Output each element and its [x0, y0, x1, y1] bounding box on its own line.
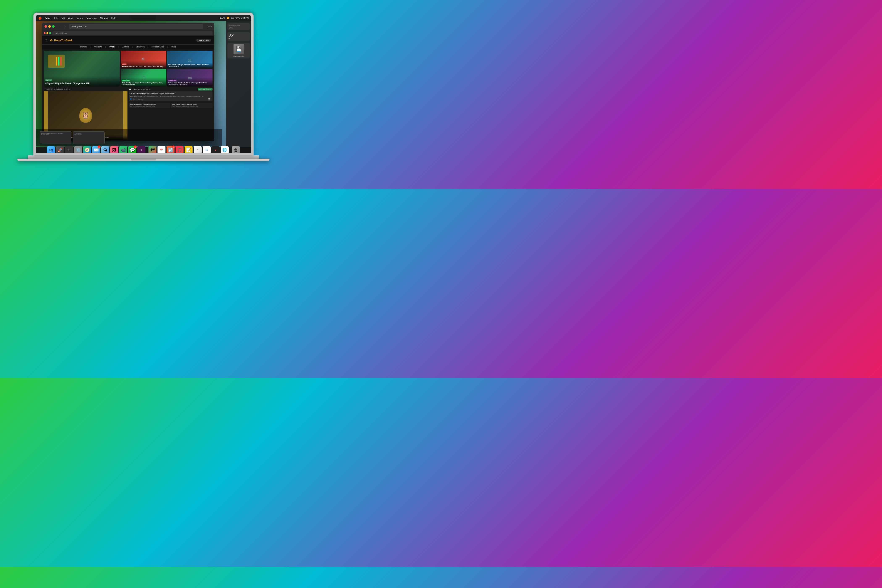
htg-sign-in-button[interactable]: Sign In Now [196, 39, 211, 42]
music-badge: Apple Music [122, 80, 130, 81]
inner-browser: howtogeek.com ☰ ⚙ How-To [42, 30, 214, 141]
dock-notes[interactable]: 📝 [184, 146, 193, 153]
htg-featured-section: Internet 8 Signs It Might Be Time to Cha… [44, 51, 213, 87]
nav-windows[interactable]: Windows [94, 46, 102, 48]
dock-google[interactable]: G [202, 146, 211, 153]
htg-side-article-spotify[interactable]: 🎵 Apple Music Both Spotify and Apple Mus… [121, 69, 166, 87]
nav-deals[interactable]: Deals [171, 46, 176, 48]
reddit-badge: Reddit [122, 63, 127, 65]
htg-main-article[interactable]: Internet 8 Signs It Might Be Time to Cha… [44, 51, 120, 87]
nav-android[interactable]: Android [122, 46, 129, 48]
mission-control-strip: Monitor Brought My PC and PlayStation he… [36, 129, 222, 146]
messages-badge: 1 [134, 146, 137, 148]
right-panel: Air quality alert 3 AM 35° 🌥 💾 Macintosh… [226, 21, 251, 153]
dock-chrome[interactable]: 🌐 [221, 146, 229, 153]
back-button[interactable]: ‹ [58, 24, 62, 28]
dock-reminders[interactable]: ☑️ 1 [166, 146, 174, 153]
disk-label: Macintosh HD [229, 55, 249, 57]
dock-photos[interactable]: 🖼 [110, 146, 118, 153]
vr-badge: Cutting Edge [168, 80, 177, 81]
main-thread[interactable]: Do You Prefer Physical Games or Digital … [129, 92, 213, 101]
macbook-lid: 🍎 Safari File Edit View History Bookmark… [33, 13, 254, 155]
close-button[interactable] [45, 25, 47, 28]
dock-davinci[interactable]: ■ [212, 146, 220, 153]
menu-view[interactable]: View [68, 17, 73, 20]
dock-finder[interactable]: 🗂 [47, 146, 55, 153]
dock-sysprefs[interactable]: ⚙️ [74, 146, 82, 153]
nav-trending[interactable]: Trending [80, 46, 87, 48]
menu-wifi-icon: 📶 [227, 17, 230, 19]
submit-thread-button[interactable]: Submit a Thread + [198, 88, 213, 90]
menu-window[interactable]: Window [100, 17, 108, 20]
nav-excel[interactable]: Microsoft Excel [152, 46, 164, 48]
nav-iphone[interactable]: iPhone [109, 46, 115, 48]
macbook-hinge [131, 159, 156, 160]
dock-freeform[interactable]: ✏ [194, 146, 202, 153]
dock-music[interactable]: 🎵 [176, 146, 183, 153]
dock-safari[interactable]: 🧭 [83, 146, 91, 153]
menu-safari[interactable]: Safari [45, 17, 51, 20]
browser-nav: ‹ › [58, 24, 67, 28]
thread-mini-2-excerpt: There are endless exciting podcasts to l… [172, 106, 212, 107]
disk-widget[interactable]: 💾 Macintosh HD [227, 43, 250, 58]
mission-thumb-2[interactable]: I'm in Awe by Life Is a Detri [73, 132, 105, 144]
reminders-badge: 1 [172, 146, 175, 148]
dock-messages[interactable]: 💬 1 [128, 146, 136, 153]
htg-side-article-tv[interactable]: 📺 Your Smart TV Might Have a Camera—Here… [167, 51, 213, 68]
thread-avatar: 👤 [130, 98, 132, 100]
htg-main-content: Internet 8 Signs It Might Be Time to Cha… [42, 49, 214, 141]
inner-minimize[interactable] [46, 32, 48, 34]
dock-facetime[interactable]: 📹 [119, 146, 127, 153]
dock-weather[interactable]: 🌤 [101, 146, 109, 153]
thread-mini-2-title: What's Your Favorite Podcast App? [172, 104, 212, 105]
menu-file[interactable]: File [54, 17, 58, 20]
dock-launchpad[interactable]: 🚀 [56, 146, 64, 153]
htg-logo-text: How-To Geek [54, 39, 72, 42]
dock-slack[interactable]: # [137, 146, 146, 153]
weather-widget: 35° 🌥 [227, 32, 250, 41]
mission-thumb-1-content: Monitor Brought My PC and PlayStation he… [40, 132, 71, 144]
dock-grid[interactable]: ⊞ [65, 146, 73, 153]
nav-streaming[interactable]: Streaming [136, 46, 144, 48]
inner-maximize[interactable] [49, 32, 51, 34]
htg-main-article-title: 8 Signs It Might Be Time to Change Your … [45, 82, 118, 85]
inner-address-bar[interactable]: howtogeek.com [52, 31, 213, 35]
macbook-base [17, 159, 269, 161]
thread-mini-2[interactable]: What's Your Favorite Podcast App? There … [171, 103, 213, 108]
menu-bookmarks[interactable]: Bookmarks [86, 17, 97, 20]
htg-side-articles: 🔍 Reddit Reddit's Search is Not Good, bu… [121, 51, 213, 87]
menu-help[interactable]: Help [111, 17, 116, 20]
threads-icon: 💬 [129, 88, 131, 90]
mission-thumb-1[interactable]: Monitor Brought My PC and PlayStation he… [40, 132, 71, 144]
htg-side-article-vr[interactable]: 🥽 Cutting Edge Setting Up a Mobile VR Of… [167, 69, 213, 87]
menu-edit[interactable]: Edit [61, 17, 64, 20]
dock-trash[interactable]: 🗑 [232, 146, 240, 153]
thread-mini-items: What Do You Miss About Windows 7? After … [129, 103, 213, 108]
thread-mini-1[interactable]: What Do You Miss About Windows 7? After … [129, 103, 170, 108]
menu-time: Sat Nov 9 9:44 PM [231, 17, 249, 19]
dock-maps[interactable]: 🗺 [148, 146, 156, 153]
thread-author: Dan [133, 98, 135, 100]
htg-logo[interactable]: ⚙ How-To Geek [50, 39, 72, 42]
traffic-lights [45, 25, 55, 28]
screen-content: 🍎 Safari File Edit View History Bookmark… [36, 15, 251, 153]
maximize-button[interactable] [52, 25, 55, 28]
browser-actions: Done [207, 26, 212, 28]
htg-header: ☰ ⚙ How-To Geek Sign In Now [42, 36, 214, 45]
minimize-button[interactable] [48, 25, 51, 28]
thread-main-title: Do You Prefer Physical Games or Digital … [130, 93, 211, 95]
url-text: howtogeek.com [71, 25, 87, 28]
address-bar[interactable]: howtogeek.com [69, 24, 203, 29]
reddit-article-title: Reddit's Search is Not Good, but These T… [122, 66, 165, 68]
apple-logo-icon[interactable]: 🍎 [38, 16, 42, 20]
inner-close[interactable] [44, 32, 46, 34]
htg-menu-icon[interactable]: ☰ [45, 39, 48, 42]
browser-window[interactable]: ‹ › howtogeek.com Done [42, 22, 214, 141]
dock-calendar[interactable]: 📅 [158, 146, 165, 153]
dock-mail[interactable]: ✉️ 1 [92, 146, 100, 153]
forward-button[interactable]: › [63, 24, 67, 28]
reviews-section-title: PRODUCT REVIEWS MORE + [44, 88, 128, 90]
menu-history[interactable]: History [76, 17, 83, 20]
htg-internet-badge: Internet [45, 80, 52, 81]
htg-side-article-reddit[interactable]: 🔍 Reddit Reddit's Search is Not Good, bu… [121, 51, 166, 68]
